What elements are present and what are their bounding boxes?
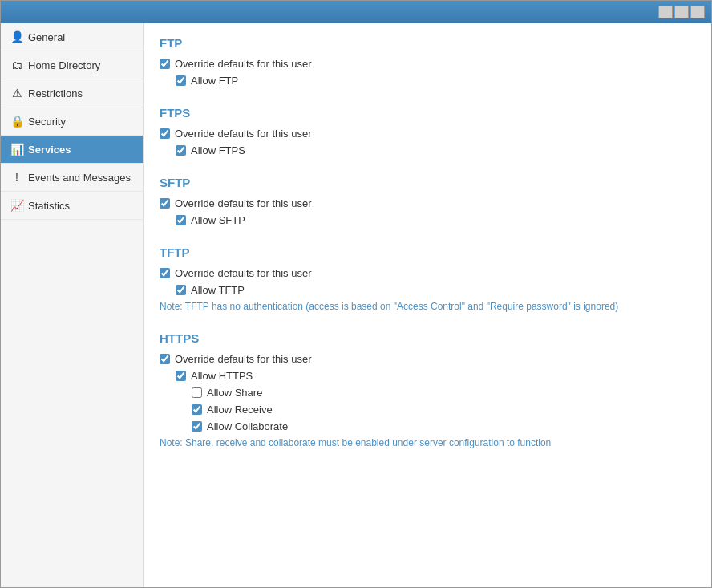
ftps-override-checkbox[interactable] (160, 128, 170, 139)
sftp-override-checkbox[interactable] (160, 198, 170, 209)
section-ftp: FTPOverride defaults for this userAllow … (160, 36, 695, 87)
https-allow-checkbox[interactable] (176, 371, 186, 381)
sftp-allow-checkbox[interactable] (176, 215, 186, 225)
sidebar-item-services[interactable]: 📊Services (1, 136, 143, 164)
sidebar-item-label-events-messages: Events and Messages (28, 172, 131, 184)
main-content: FTPOverride defaults for this userAllow … (144, 23, 711, 587)
sidebar-item-home-directory[interactable]: 🗂Home Directory (1, 51, 143, 79)
sidebar-item-general[interactable]: 👤General (1, 23, 143, 51)
events-messages-icon: ! (10, 171, 23, 184)
main-window: 👤General🗂Home Directory⚠Restrictions🔒Sec… (0, 0, 712, 588)
sidebar-item-restrictions[interactable]: ⚠Restrictions (1, 79, 143, 107)
https-allow-collaborate-checkbox[interactable] (192, 421, 202, 432)
tftp-override-row: Override defaults for this user (160, 267, 695, 279)
ftp-title: FTP (160, 36, 695, 50)
ftp-override-label: Override defaults for this user (175, 58, 312, 70)
section-sftp: SFTPOverride defaults for this userAllow… (160, 176, 695, 226)
sftp-title: SFTP (160, 176, 695, 189)
ftp-override-checkbox[interactable] (160, 59, 170, 69)
tftp-allow-row: Allow TFTP (160, 284, 695, 296)
https-override-checkbox[interactable] (160, 354, 170, 364)
titlebar-controls (658, 6, 705, 18)
sidebar-item-label-home-directory: Home Directory (28, 59, 100, 71)
ftp-allow-checkbox[interactable] (176, 75, 186, 86)
tftp-override-label: Override defaults for this user (175, 267, 312, 279)
tftp-allow-label: Allow TFTP (191, 284, 245, 296)
https-override-label: Override defaults for this user (175, 353, 312, 365)
sidebar-item-label-services: Services (28, 144, 71, 156)
https-allow-share-checkbox[interactable] (192, 387, 202, 398)
ftps-allow-checkbox[interactable] (176, 145, 186, 156)
ftps-allow-label: Allow FTPS (191, 144, 245, 156)
https-allow-receive-label: Allow Receive (207, 403, 273, 416)
statistics-icon: 📈 (10, 199, 23, 212)
ftp-allow-label: Allow FTP (191, 75, 238, 87)
https-title: HTTPS (160, 331, 695, 345)
home-directory-icon: 🗂 (10, 59, 23, 71)
ftps-override-label: Override defaults for this user (175, 128, 312, 140)
ftps-title: FTPS (160, 106, 695, 120)
https-allow-collaborate-row: Allow Collaborate (160, 420, 695, 432)
sidebar-item-label-restrictions: Restrictions (28, 87, 83, 99)
https-note: Note: Share, receive and collaborate mus… (160, 437, 695, 448)
tftp-override-checkbox[interactable] (160, 268, 170, 278)
tftp-note: Note: TFTP has no authentication (access… (160, 301, 695, 312)
minimize-button[interactable] (658, 6, 673, 18)
sidebar-item-label-security: Security (28, 116, 66, 128)
ftp-allow-row: Allow FTP (160, 75, 695, 87)
sftp-allow-row: Allow SFTP (160, 214, 695, 226)
security-icon: 🔒 (10, 115, 23, 128)
restore-button[interactable] (674, 6, 689, 18)
https-allow-receive-checkbox[interactable] (192, 404, 202, 415)
sidebar-item-statistics[interactable]: 📈Statistics (1, 192, 143, 220)
services-icon: 📊 (10, 143, 23, 156)
sidebar-item-security[interactable]: 🔒Security (1, 107, 143, 136)
tftp-allow-checkbox[interactable] (176, 285, 186, 295)
https-allow-share-row: Allow Share (160, 387, 695, 399)
general-icon: 👤 (10, 30, 23, 43)
https-allow-label: Allow HTTPS (191, 370, 253, 382)
ftps-override-row: Override defaults for this user (160, 128, 695, 140)
section-ftps: FTPSOverride defaults for this userAllow… (160, 106, 695, 156)
https-allow-row: Allow HTTPS (160, 370, 695, 382)
close-button[interactable] (690, 6, 705, 18)
https-allow-collaborate-label: Allow Collaborate (207, 420, 288, 432)
sidebar-item-label-general: General (28, 31, 65, 43)
tftp-title: TFTP (160, 245, 695, 259)
sidebar: 👤General🗂Home Directory⚠Restrictions🔒Sec… (1, 23, 144, 587)
sftp-override-row: Override defaults for this user (160, 197, 695, 209)
restrictions-icon: ⚠ (10, 87, 23, 99)
sidebar-item-label-statistics: Statistics (28, 200, 70, 212)
https-allow-receive-row: Allow Receive (160, 403, 695, 416)
content-area: 👤General🗂Home Directory⚠Restrictions🔒Sec… (1, 23, 711, 587)
titlebar (1, 1, 711, 23)
sftp-override-label: Override defaults for this user (175, 197, 312, 209)
section-https: HTTPSOverride defaults for this userAllo… (160, 331, 695, 448)
section-tftp: TFTPOverride defaults for this userAllow… (160, 245, 695, 312)
sftp-allow-label: Allow SFTP (191, 214, 245, 226)
ftps-allow-row: Allow FTPS (160, 144, 695, 156)
https-allow-share-label: Allow Share (207, 387, 262, 399)
ftp-override-row: Override defaults for this user (160, 58, 695, 70)
sidebar-item-events-messages[interactable]: !Events and Messages (1, 164, 143, 192)
https-override-row: Override defaults for this user (160, 353, 695, 365)
